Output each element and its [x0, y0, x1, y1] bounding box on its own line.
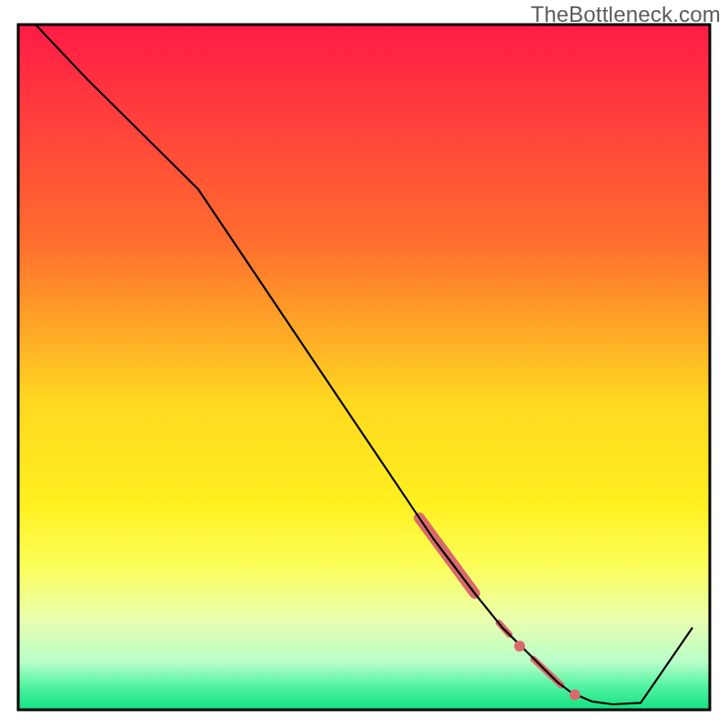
dot-1 — [514, 641, 525, 652]
chart-container: TheBottleneck.com — [0, 0, 728, 728]
dot-2 — [570, 689, 581, 700]
watermark-text: TheBottleneck.com — [531, 2, 721, 27]
bottleneck-chart — [0, 0, 728, 728]
chart-background — [18, 25, 710, 710]
